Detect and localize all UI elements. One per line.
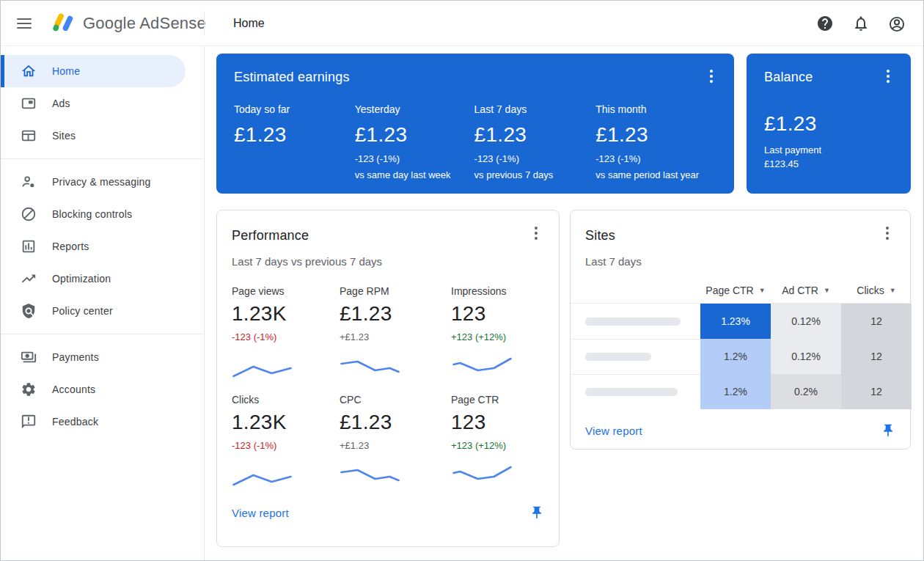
metric-value: 123 (451, 302, 544, 326)
metric-cpc: CPC £1.23 +£1.23 (340, 394, 451, 502)
more-options-icon[interactable] (529, 227, 543, 240)
sparkline-chart (232, 466, 294, 488)
more-options-icon[interactable] (881, 70, 895, 83)
metric-value: 123 (451, 411, 544, 434)
column-header-ad-ctr[interactable]: Ad CTR ▼ (771, 285, 841, 296)
page-ctr-cell: 1.23% (700, 304, 771, 339)
sidebar-divider (1, 158, 204, 159)
chevron-down-icon: ▼ (824, 287, 830, 294)
metric-page-ctr: Page CTR 123 +123 (+12%) (451, 394, 544, 502)
site-name-cell (571, 339, 700, 374)
site-name-placeholder (585, 353, 651, 361)
metric-label: Page RPM (340, 285, 451, 297)
table-row: 1.23% 0.12% 12 (571, 304, 910, 339)
adsense-logo-icon (51, 12, 75, 35)
ad-ctr-cell: 0.12% (771, 304, 841, 339)
sidebar-item-blocking-controls[interactable]: Blocking controls (1, 198, 204, 230)
chevron-down-icon: ▼ (759, 287, 766, 294)
sidebar-item-label: Sites (52, 130, 76, 142)
view-report-link[interactable]: View report (232, 507, 289, 519)
accounts-gear-icon (21, 381, 37, 397)
optimization-icon (21, 271, 37, 287)
home-icon (21, 63, 37, 79)
metric-label: Impressions (451, 285, 544, 297)
pin-icon[interactable] (881, 423, 895, 438)
site-name-cell (571, 374, 700, 409)
stat-note: vs same period last year (595, 169, 716, 180)
balance-value: £1.23 (764, 112, 893, 136)
performance-footer: View report (232, 505, 544, 520)
table-header-row: Page CTR ▼ Ad CTR ▼ Clicks ▼ (571, 277, 910, 304)
metric-value: £1.23 (340, 411, 451, 434)
table-row: 1.2% 0.2% 12 (571, 374, 910, 409)
earnings-stat: Yesterday £1.23 -123 (-1%) vs same day l… (355, 103, 474, 180)
feedback-icon (21, 414, 37, 430)
sidebar-item-label: Reports (52, 241, 89, 252)
sidebar-item-reports[interactable]: Reports (1, 230, 204, 263)
sparkline-chart (451, 466, 513, 488)
pin-icon[interactable] (529, 505, 544, 520)
column-header-clicks[interactable]: Clicks ▼ (841, 285, 912, 296)
stat-label: Last 7 days (474, 103, 596, 115)
sidebar-item-home[interactable]: Home (1, 55, 186, 87)
card-title: Estimated earnings (234, 70, 716, 85)
stat-note: vs same day last week (355, 169, 474, 180)
stat-value: £1.23 (474, 123, 596, 147)
performance-card: Performance Last 7 days vs previous 7 da… (216, 210, 560, 547)
topbar-divider (204, 11, 205, 36)
sidebar-item-privacy-messaging[interactable]: Privacy & messaging (1, 166, 204, 198)
brand-text: Google AdSense (83, 14, 206, 33)
clicks-cell: 12 (841, 374, 912, 409)
card-subtitle: Last 7 days vs previous 7 days (232, 255, 544, 268)
page-ctr-cell: 1.2% (700, 339, 771, 374)
sidebar-item-label: Home (52, 65, 80, 77)
main-content: Estimated earnings Today so far £1.23 Ye… (205, 46, 923, 560)
card-title: Performance (232, 228, 544, 243)
sidebar-item-accounts[interactable]: Accounts (1, 373, 204, 406)
help-icon[interactable] (816, 15, 834, 32)
site-name-placeholder (585, 318, 681, 326)
page-ctr-cell: 1.2% (700, 374, 771, 409)
stat-label: Yesterday (355, 103, 474, 115)
sidebar-item-ads[interactable]: Ads (1, 87, 204, 120)
account-avatar-icon[interactable] (888, 15, 906, 32)
metric-change: -123 (-1%) (232, 440, 340, 451)
reports-icon (21, 238, 37, 254)
sidebar-item-policy-center[interactable]: Policy center (1, 295, 204, 327)
ad-ctr-cell: 0.12% (771, 339, 841, 374)
payments-icon (21, 349, 37, 365)
stat-change: -123 (-1%) (595, 153, 716, 164)
stat-value: £1.23 (234, 123, 355, 147)
sparkline-chart (451, 357, 513, 379)
sidebar-item-payments[interactable]: Payments (1, 341, 204, 373)
last-payment-value: £123.45 (764, 158, 893, 169)
metric-page-views: Page views 1.23K -123 (-1%) (232, 285, 340, 394)
notifications-bell-icon[interactable] (852, 15, 870, 32)
more-options-icon[interactable] (705, 70, 718, 83)
estimated-earnings-card: Estimated earnings Today so far £1.23 Ye… (216, 54, 734, 194)
metric-change: -123 (-1%) (232, 331, 340, 342)
site-name-placeholder (585, 388, 678, 396)
ads-icon (21, 95, 37, 111)
site-name-cell (571, 304, 700, 339)
earnings-stat: Today so far £1.23 (234, 103, 355, 180)
more-options-icon[interactable] (881, 227, 894, 240)
sidebar-item-label: Feedback (52, 416, 98, 428)
column-header-page-ctr[interactable]: Page CTR ▼ (700, 285, 771, 296)
sidebar-item-label: Optimization (52, 273, 111, 285)
metric-impressions: Impressions 123 +123 (+12%) (451, 285, 544, 394)
stat-label: This month (595, 103, 716, 115)
stat-value: £1.23 (595, 123, 716, 147)
earnings-stats: Today so far £1.23 Yesterday £1.23 -123 … (234, 103, 716, 180)
column-label: Page CTR (705, 285, 753, 296)
sidebar-item-feedback[interactable]: Feedback (1, 406, 204, 438)
sidebar-item-sites[interactable]: Sites (1, 120, 204, 152)
card-title: Sites (585, 228, 895, 243)
blocking-controls-icon (21, 206, 37, 222)
metric-clicks: Clicks 1.23K -123 (-1%) (232, 394, 340, 502)
performance-metrics: Page views 1.23K -123 (-1%) Page RPM £1.… (232, 285, 544, 502)
stat-change: -123 (-1%) (474, 153, 596, 164)
sidebar-item-optimization[interactable]: Optimization (1, 263, 204, 295)
hamburger-menu-icon[interactable] (17, 18, 32, 29)
view-report-link[interactable]: View report (585, 425, 642, 437)
